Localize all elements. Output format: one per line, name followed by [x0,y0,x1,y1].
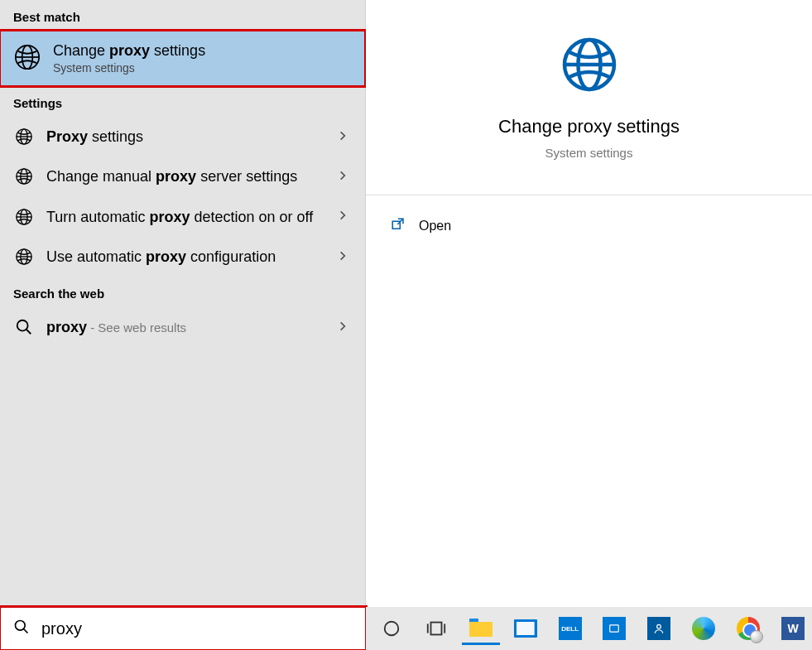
chevron-right-icon [337,168,352,185]
search-icon [13,318,35,336]
svg-point-24 [385,622,399,636]
tile-icon [603,617,626,640]
preview-panel: Change proxy settings System settings Op… [366,0,812,607]
svg-rect-25 [430,623,441,635]
result-best-match[interactable]: Change proxy settings System settings [0,31,365,86]
globe-icon [13,208,35,226]
globe-icon [13,128,35,146]
taskbar-chrome[interactable] [729,612,767,645]
taskbar-file-explorer[interactable] [462,612,500,645]
taskbar-taskview[interactable] [417,612,455,645]
open-icon [391,217,406,235]
section-web: Search the web [0,277,365,307]
svg-point-22 [16,621,26,631]
chrome-icon [737,617,760,640]
taskbar: DELL W [366,607,812,650]
taskbar-cortana[interactable] [372,612,411,645]
result-settings-0[interactable]: Proxy settings [0,117,365,156]
globe-icon [13,43,41,75]
taskbar-mail[interactable] [507,612,545,645]
preview-subtitle: System settings [545,146,633,160]
best-match-subtitle: System settings [53,61,205,75]
preview-title: Change proxy settings [498,116,680,137]
svg-line-16 [26,330,31,335]
globe-icon [13,248,35,266]
result-label: Turn automatic proxy detection on or off [46,207,325,227]
result-settings-3[interactable]: Use automatic proxy configuration [0,237,365,277]
result-label: Change manual proxy server settings [46,166,325,186]
open-label: Open [419,219,451,234]
best-match-title: Change proxy settings [53,42,205,60]
result-web-proxy[interactable]: proxy - See web results [0,307,365,347]
svg-point-15 [17,320,28,331]
taskbar-edge[interactable] [685,612,723,645]
chevron-right-icon [337,248,352,266]
search-bar[interactable] [0,607,366,650]
open-button[interactable]: Open [366,195,476,257]
result-settings-1[interactable]: Change manual proxy server settings [0,156,365,196]
search-input[interactable] [41,619,353,638]
taskbar-app-2[interactable] [640,612,678,645]
mail-icon [514,619,537,638]
result-label: Use automatic proxy configuration [46,247,325,267]
result-settings-2[interactable]: Turn automatic proxy detection on or off [0,197,365,237]
svg-rect-28 [610,625,619,632]
taskbar-app-1[interactable] [596,612,634,645]
result-label: Proxy settings [46,127,325,147]
result-web-label: proxy - See web results [46,317,325,337]
search-icon [13,619,30,638]
edge-icon [692,617,715,640]
svg-point-29 [657,624,661,628]
section-best-match: Best match [0,0,365,31]
word-icon: W [781,617,805,640]
taskbar-word[interactable]: W [774,612,812,645]
taskbar-dell[interactable]: DELL [551,612,589,645]
chevron-right-icon [337,208,352,225]
chevron-right-icon [337,319,352,336]
globe-icon [560,35,619,98]
chevron-right-icon [337,128,352,146]
search-results-panel: Best match Change proxy settings System … [0,0,366,607]
dell-icon: DELL [559,617,582,640]
section-settings: Settings [0,86,365,117]
globe-icon [13,167,35,185]
folder-icon [469,619,492,637]
svg-line-23 [24,629,28,633]
tile-icon [647,617,670,640]
